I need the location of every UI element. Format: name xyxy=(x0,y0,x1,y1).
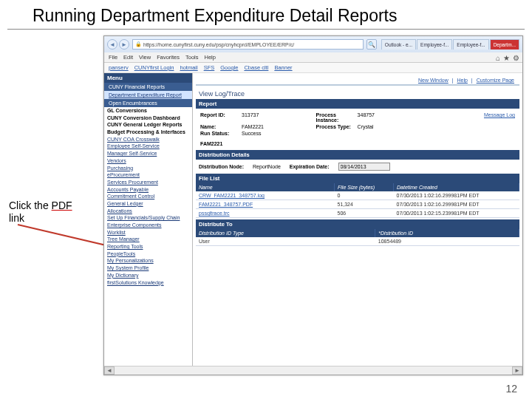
menu-eprocurement[interactable]: eProcurement xyxy=(104,171,192,179)
report-id-value: 313737 xyxy=(240,112,315,123)
refresh-button[interactable]: 🔍 xyxy=(366,39,377,50)
distribute-to-table: Distribution ID Type *Distribution ID Us… xyxy=(196,229,519,246)
tools-gear-icon[interactable]: ⚙ xyxy=(513,54,519,62)
tab-outlook[interactable]: Outlook - e... xyxy=(381,39,416,50)
col-size: File Size (bytes) xyxy=(335,183,394,191)
menu-peopletools[interactable]: PeopleTools xyxy=(104,250,192,258)
back-button[interactable]: ◄ xyxy=(107,39,117,50)
menu-view[interactable]: View xyxy=(139,54,151,61)
menu-ent-comp[interactable]: Enterprise Components xyxy=(104,222,192,229)
page-number: 12 xyxy=(505,383,517,395)
file-log-link[interactable]: CRW_FAM2221_348757.log xyxy=(196,191,335,200)
browser-screenshot: ─ ▭ ✕ ◄ ► 🔒 https://home.cunyfirst.cuny.… xyxy=(103,35,523,375)
menu-edit[interactable]: Edit xyxy=(123,54,133,61)
menu-commit-ctrl[interactable]: Commitment Control xyxy=(104,193,192,200)
menu-emp-self[interactable]: Employee Self-Service xyxy=(104,143,192,150)
url-text: https://home.cunyfirst.cuny.edu/psp/cnyh… xyxy=(143,42,294,47)
dist-node-label: Distribution Node: xyxy=(199,164,244,169)
forward-button[interactable]: ► xyxy=(119,39,129,50)
menu-coa-crosswalk[interactable]: CUNY COA Crosswalk xyxy=(104,136,192,143)
file-row-trace: pssqltrace.trc 506 07/30/2013 1:02:15.23… xyxy=(196,209,519,218)
menu-vendors[interactable]: Vendors xyxy=(104,157,192,165)
scroll-track[interactable] xyxy=(115,366,512,375)
menu-mgr-self[interactable]: Manager Self-Service xyxy=(104,150,192,157)
annotation-post: link xyxy=(9,212,24,224)
message-log-link[interactable]: Message Log xyxy=(416,112,516,123)
menu-my-dict[interactable]: My Dictionary xyxy=(104,272,192,279)
menu-gl[interactable]: General Ledger xyxy=(104,200,192,208)
menu-bar: File Edit View Favorites Tools Help xyxy=(104,52,522,63)
file-pdf-link[interactable]: FAM2221_348757.PDF xyxy=(196,200,335,209)
menu-favorites[interactable]: Favorites xyxy=(157,54,180,61)
process-type-value: Crystal xyxy=(356,123,516,130)
fav-hotmail[interactable]: hotmail xyxy=(180,64,197,71)
process-instance-label: Process Instance: xyxy=(315,112,356,123)
menu-services-proc[interactable]: Services Procurement xyxy=(104,179,192,186)
report-sub-name: FAM2221 xyxy=(199,137,516,147)
menu-tree-mgr[interactable]: Tree Manager xyxy=(104,236,192,243)
fav-cunyfirst[interactable]: CUNYfirst Login xyxy=(134,64,174,71)
tab-strip: Outlook - e... Employee-f... Employee-f.… xyxy=(381,39,519,50)
fav-google[interactable]: Google xyxy=(220,64,238,71)
horizontal-scrollbar[interactable]: ◄ ► xyxy=(104,366,522,375)
menu-file[interactable]: File xyxy=(109,54,117,61)
menu-gl-conversions[interactable]: GL Conversions xyxy=(104,107,192,115)
tab-employee-2[interactable]: Employee-f... xyxy=(453,39,488,50)
home-icon[interactable]: ⌂ xyxy=(496,54,500,62)
annotation-pdf: PDF xyxy=(52,200,72,211)
dist-details-row: Distribution Node: ReportNode Expiration… xyxy=(196,160,519,174)
fav-panserv[interactable]: panserv xyxy=(109,64,129,71)
menu-ap[interactable]: Accounts Payable xyxy=(104,186,192,194)
report-section-header: Report xyxy=(196,99,519,109)
report-metadata: Report ID: 313737 Process Instance: 3487… xyxy=(196,109,519,150)
dist-id-value: 10854489 xyxy=(375,237,519,246)
menu-my-person[interactable]: My Personalizations xyxy=(104,257,192,265)
menu-first-solutions[interactable]: firstSolutions Knowledge xyxy=(104,279,192,287)
tab-department[interactable]: Departm... xyxy=(490,39,519,50)
menu-group-financial[interactable]: CUNY Financial Reports xyxy=(104,83,192,91)
menu-alloc[interactable]: Allocations xyxy=(104,208,192,215)
menu-items: GL Conversions CUNY Conversion Dashboard… xyxy=(104,107,192,286)
link-help[interactable]: Help xyxy=(457,78,468,83)
process-instance-value: 348757 xyxy=(356,112,416,123)
file-log-dt: 07/30/2013 1:02:16.299981PM EDT xyxy=(394,191,519,200)
distribute-to-header: Distribute To xyxy=(196,219,519,229)
file-list-table: Name File Size (bytes) Datetime Created … xyxy=(196,183,519,218)
menu-worklist[interactable]: Worklist xyxy=(104,229,192,236)
menu-tools[interactable]: Tools xyxy=(185,54,199,61)
file-row-log: CRW_FAM2221_348757.log 0 07/30/2013 1:02… xyxy=(196,191,519,200)
link-new-window[interactable]: New Window xyxy=(418,78,449,83)
fav-cbase[interactable]: Cbase cltl xyxy=(244,64,268,71)
file-log-size: 0 xyxy=(335,191,394,200)
file-trace-dt: 07/30/2013 1:02:15.239981PM EDT xyxy=(394,209,519,218)
dist-row-user: User 10854489 xyxy=(196,237,519,246)
report-name-value: FAM2221 xyxy=(240,123,315,130)
menu-purchasing[interactable]: Purchasing xyxy=(104,165,192,172)
col-dist-type: Distribution ID Type xyxy=(196,229,375,237)
url-box[interactable]: 🔒 https://home.cunyfirst.cuny.edu/psp/cn… xyxy=(132,39,364,50)
exp-date-field[interactable] xyxy=(338,163,390,171)
menu-setup-fin[interactable]: Set Up Financials/Supply Chain xyxy=(104,214,192,222)
menu-my-profile[interactable]: My System Profile xyxy=(104,265,192,272)
tab-employee-1[interactable]: Employee-f... xyxy=(417,39,452,50)
menu-conv-dash[interactable]: CUNY Conversion Dashboard xyxy=(104,115,192,122)
link-customize[interactable]: Customize Page xyxy=(477,78,514,83)
run-status-value: Success xyxy=(240,130,516,137)
fav-sfs[interactable]: SFS xyxy=(204,64,215,71)
menu-reporting[interactable]: Reporting Tools xyxy=(104,243,192,250)
menu-dept-exp-report[interactable]: Department Expenditure Report xyxy=(104,91,192,99)
fav-banner[interactable]: Banner xyxy=(274,64,292,71)
file-pdf-dt: 07/30/2013 1:02:16.299981PM EDT xyxy=(394,200,519,209)
menu-help[interactable]: Help xyxy=(205,54,216,61)
file-trace-link[interactable]: pssqltrace.trc xyxy=(196,209,335,218)
menu-gl-reports[interactable]: CUNY General Ledger Reports xyxy=(104,121,192,129)
scroll-right-arrow[interactable]: ► xyxy=(512,366,522,375)
file-trace-size: 506 xyxy=(335,209,394,218)
menu-budget-proc[interactable]: Budget Processing & Interfaces xyxy=(104,129,192,136)
lock-icon: 🔒 xyxy=(135,41,142,47)
exp-date-label: Expiration Date: xyxy=(290,164,330,169)
favorites-icon[interactable]: ★ xyxy=(503,54,510,62)
scroll-left-arrow[interactable]: ◄ xyxy=(104,366,115,375)
menu-open-encumb[interactable]: Open Encumbrances xyxy=(104,99,192,107)
col-name: Name xyxy=(196,183,335,191)
